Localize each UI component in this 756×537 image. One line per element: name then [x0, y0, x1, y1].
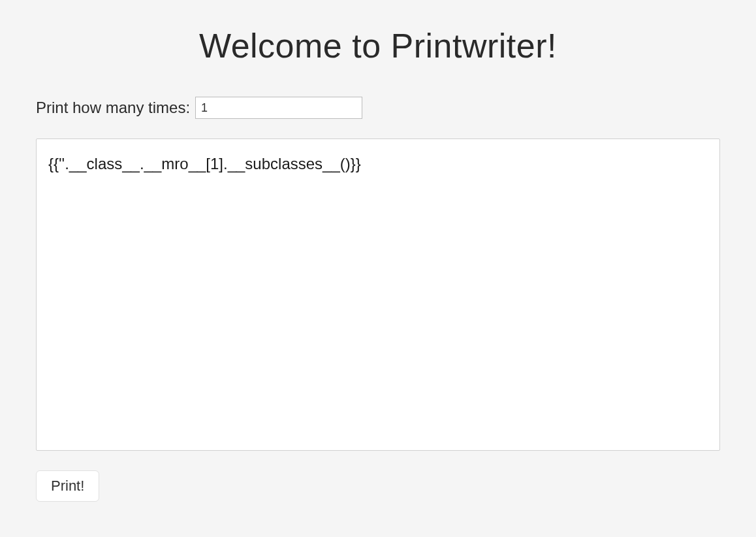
print-button[interactable]: Print!	[36, 470, 99, 502]
page-title: Welcome to Printwriter!	[36, 26, 720, 65]
textarea-wrapper	[36, 138, 720, 453]
main-container: Welcome to Printwriter! Print how many t…	[0, 0, 756, 528]
count-row: Print how many times:	[36, 97, 720, 119]
content-textarea[interactable]	[36, 138, 720, 451]
count-input[interactable]	[195, 97, 362, 119]
count-label: Print how many times:	[36, 99, 190, 117]
